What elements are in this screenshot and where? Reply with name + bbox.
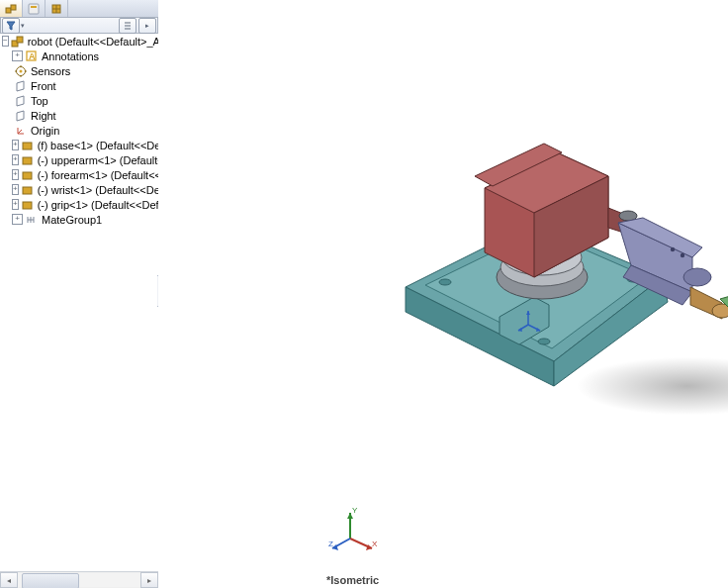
tree-label: (-) upperarm<1> (Default<< xyxy=(37,154,159,166)
expand-icon[interactable]: + xyxy=(12,184,19,195)
svg-point-47 xyxy=(671,247,675,251)
part-icon xyxy=(21,183,35,197)
tree-label: (-) wrist<1> (Default<<Defau xyxy=(37,184,159,196)
svg-point-48 xyxy=(681,253,684,257)
plane-icon xyxy=(14,94,28,108)
tree-display-button[interactable] xyxy=(119,18,136,34)
expand-icon[interactable]: + xyxy=(12,154,19,165)
expand-icon[interactable]: + xyxy=(12,140,19,150)
svg-point-38 xyxy=(538,339,550,344)
plane-icon xyxy=(14,109,28,123)
svg-rect-0 xyxy=(6,8,11,13)
list-icon xyxy=(123,21,133,31)
tree-root-label: robot (Default<<Default>_Appe xyxy=(27,36,159,48)
view-name-label: *Isometric xyxy=(326,574,379,586)
part-icon xyxy=(21,153,35,167)
svg-rect-11 xyxy=(23,143,32,149)
tree-label: (-) grip<1> (Default<<Defaul xyxy=(37,199,159,211)
part-icon xyxy=(21,139,35,152)
tree-label: Top xyxy=(30,95,48,107)
tree-label: (-) forearm<1> (Default<<D xyxy=(37,169,159,181)
tree-item-origin[interactable]: Origin xyxy=(0,123,158,138)
svg-rect-15 xyxy=(23,202,32,209)
tree-label: MateGroup1 xyxy=(41,214,102,226)
filter-button[interactable] xyxy=(2,18,20,34)
tab-configuration-manager[interactable] xyxy=(46,0,68,17)
tree-label: Front xyxy=(30,80,56,92)
tab-property-manager[interactable] xyxy=(23,0,46,17)
scroll-right-button[interactable]: ▸ xyxy=(140,572,158,588)
annotations-icon: A xyxy=(25,49,39,63)
tree-hscrollbar[interactable]: ◂ ▸ xyxy=(0,571,158,588)
assembly-icon xyxy=(4,2,18,16)
chevron-right-icon: ▸ xyxy=(145,22,149,30)
tree-label: (f) base<1> (Default<<Defaul xyxy=(37,140,159,151)
view-orientation-triad: Y X Z xyxy=(328,505,378,554)
part-icon xyxy=(21,168,35,182)
expand-icon[interactable]: + xyxy=(12,199,19,210)
expand-icon[interactable]: + xyxy=(12,169,19,180)
svg-point-46 xyxy=(683,268,711,286)
part-icon xyxy=(21,198,35,212)
svg-rect-2 xyxy=(29,4,39,14)
svg-rect-1 xyxy=(11,5,16,10)
plane-icon xyxy=(14,79,28,93)
tree-item-forearm[interactable]: + (-) forearm<1> (Default<<D xyxy=(0,167,158,182)
expand-icon[interactable]: + xyxy=(12,214,23,225)
tree-item-mates[interactable]: + MateGroup1 xyxy=(0,212,158,227)
scroll-left-button[interactable]: ◂ xyxy=(0,572,18,588)
scroll-thumb[interactable] xyxy=(22,573,79,588)
part-wrist xyxy=(690,287,728,319)
tree-root[interactable]: − robot (Default<<Default>_Appe xyxy=(0,34,158,49)
tree-item-right[interactable]: Right xyxy=(0,108,158,123)
tree-label: Right xyxy=(30,110,56,122)
tree-item-annotations[interactable]: + A Annotations xyxy=(0,49,158,63)
tree-expand-button[interactable]: ▸ xyxy=(138,18,156,34)
tree-label: Sensors xyxy=(30,65,70,77)
svg-rect-12 xyxy=(23,157,32,164)
expand-icon[interactable]: + xyxy=(12,50,23,61)
sensors-icon xyxy=(14,64,28,78)
tree-item-wrist[interactable]: + (-) wrist<1> (Default<<Defau xyxy=(0,182,158,197)
tree-item-grip[interactable]: + (-) grip<1> (Default<<Defaul xyxy=(0,197,158,212)
model-robot xyxy=(386,129,728,386)
svg-rect-14 xyxy=(23,187,32,194)
graphics-area[interactable]: Y X Z *Isometric xyxy=(158,0,728,588)
svg-text:Y: Y xyxy=(352,506,358,515)
tree-item-base[interactable]: + (f) base<1> (Default<<Defaul xyxy=(0,138,158,152)
svg-rect-3 xyxy=(31,6,37,8)
svg-point-37 xyxy=(439,279,451,285)
mates-icon xyxy=(25,213,39,227)
tree-item-front[interactable]: Front xyxy=(0,78,158,93)
svg-text:Z: Z xyxy=(328,539,333,548)
origin-icon xyxy=(14,124,28,138)
collapse-icon[interactable]: − xyxy=(2,36,9,47)
chevron-down-icon: ▾ xyxy=(21,22,25,30)
config-icon xyxy=(49,2,63,16)
svg-text:X: X xyxy=(372,539,378,548)
tree-item-top[interactable]: Top xyxy=(0,93,158,108)
svg-rect-6 xyxy=(17,37,23,43)
funnel-icon xyxy=(6,21,16,31)
svg-text:A: A xyxy=(29,51,36,61)
svg-point-10 xyxy=(20,69,23,72)
tree-label: Origin xyxy=(30,125,59,137)
tree-item-sensors[interactable]: Sensors xyxy=(0,63,158,78)
tree-item-upperarm[interactable]: + (-) upperarm<1> (Default<< xyxy=(0,152,158,167)
tree-filter-bar: ▾ ▸ xyxy=(0,17,158,34)
app-root: ▾ ▸ − robot (Default<<Default>_Appe + A … xyxy=(0,0,728,588)
assembly-icon xyxy=(11,35,25,49)
tab-feature-manager[interactable] xyxy=(0,0,23,18)
tree-label: Annotations xyxy=(41,50,99,62)
svg-point-49 xyxy=(712,304,728,318)
panel-tabs xyxy=(0,0,158,18)
svg-rect-13 xyxy=(23,172,32,179)
feature-manager-tree[interactable]: − robot (Default<<Default>_Appe + A Anno… xyxy=(0,34,159,568)
scroll-track[interactable] xyxy=(18,573,140,587)
property-icon xyxy=(27,2,41,16)
